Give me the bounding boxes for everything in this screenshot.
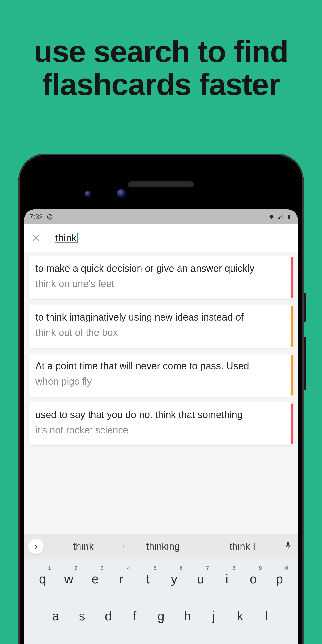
difficulty-stripe	[290, 355, 294, 396]
key-j[interactable]: j	[202, 600, 226, 631]
result-title: to make a quick decision or give an answ…	[35, 263, 290, 274]
key-h[interactable]: h	[176, 600, 199, 631]
phone-speaker	[128, 182, 194, 187]
key-e[interactable]: e3	[83, 564, 107, 594]
battery-icon	[286, 214, 292, 220]
phone-camera	[117, 189, 126, 198]
key-p[interactable]: p0	[268, 564, 292, 594]
key-y[interactable]: y6	[162, 564, 186, 594]
difficulty-stripe	[290, 306, 294, 347]
key-k[interactable]: k	[228, 600, 252, 631]
key-q[interactable]: q1	[30, 564, 54, 594]
signal-icon	[277, 214, 284, 220]
difficulty-stripe	[290, 404, 294, 444]
key-w[interactable]: w2	[57, 564, 81, 594]
result-subtitle: think on one's feet	[35, 278, 290, 289]
svg-point-0	[47, 214, 52, 219]
key-f[interactable]: f	[123, 600, 146, 631]
status-bar: 7:32	[24, 209, 298, 224]
phone-side-button	[304, 337, 306, 390]
status-time: 7:32	[30, 213, 43, 221]
key-l[interactable]: l	[254, 600, 278, 631]
result-card[interactable]: used to say that you do not think that s…	[28, 402, 294, 446]
key-a[interactable]: a	[44, 600, 68, 631]
search-bar: ✕ think	[24, 224, 298, 252]
key-v[interactable]: v	[149, 638, 173, 644]
backspace-key[interactable]	[254, 638, 286, 644]
key-d[interactable]: d	[96, 600, 120, 631]
result-title: used to say that you do not think that s…	[35, 409, 290, 420]
keyboard-suggestions: › think thinking think I	[24, 534, 298, 559]
key-s[interactable]: s	[70, 600, 94, 631]
key-n[interactable]: n	[202, 638, 226, 644]
result-card[interactable]: to think imaginatively using new ideas i…	[28, 305, 294, 348]
key-z[interactable]: z	[70, 638, 94, 644]
svg-rect-2	[288, 215, 290, 216]
results-list[interactable]: to make a quick decision or give an answ…	[24, 252, 298, 534]
promo-headline: use search to find flashcards faster	[0, 0, 322, 101]
key-m[interactable]: m	[228, 638, 252, 644]
wifi-icon	[268, 214, 275, 220]
result-title: At a point time that will never come to …	[35, 360, 290, 372]
key-c[interactable]: c	[123, 638, 146, 644]
search-input[interactable]: think	[55, 232, 77, 244]
key-o[interactable]: o9	[241, 564, 265, 594]
text-caret	[77, 233, 78, 243]
result-card[interactable]: At a point time that will never come to …	[28, 354, 294, 397]
key-r[interactable]: r4	[110, 564, 134, 594]
phone-camera	[85, 191, 92, 198]
result-subtitle: it's not rocket science	[35, 425, 290, 436]
sync-icon	[46, 214, 53, 220]
expand-icon[interactable]: ›	[28, 538, 44, 554]
phone-screen: 7:32 ✕	[24, 209, 298, 644]
phone-frame: 7:32 ✕	[18, 154, 304, 644]
result-card[interactable]: to make a quick decision or give an answ…	[28, 256, 294, 299]
keyboard[interactable]: q1w2e3r4t5y6u7i8o9p0 asdfghjkl zxcvbnm	[24, 559, 298, 644]
key-u[interactable]: u7	[188, 564, 212, 594]
mic-icon[interactable]	[282, 541, 294, 552]
svg-rect-1	[288, 216, 290, 219]
difficulty-stripe	[290, 257, 294, 298]
phone-side-button	[304, 293, 306, 322]
suggestion[interactable]: think	[44, 541, 123, 552]
key-b[interactable]: b	[176, 638, 199, 644]
key-g[interactable]: g	[149, 600, 173, 631]
suggestion[interactable]: thinking	[123, 541, 203, 552]
suggestion[interactable]: think I	[203, 541, 282, 552]
close-icon[interactable]: ✕	[32, 233, 40, 244]
result-subtitle: when pigs fly	[35, 376, 290, 387]
result-subtitle: think out of the box	[35, 327, 290, 338]
key-x[interactable]: x	[96, 638, 120, 644]
shift-key[interactable]	[36, 638, 68, 644]
result-title: to think imaginatively using new ideas i…	[35, 312, 290, 323]
key-t[interactable]: t5	[136, 564, 160, 594]
key-i[interactable]: i8	[215, 564, 239, 594]
